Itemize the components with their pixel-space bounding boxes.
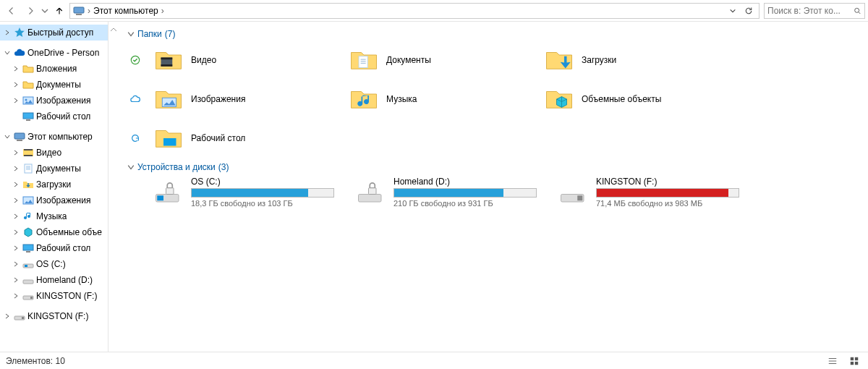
nav-this-pc-child[interactable]: Документы [0, 161, 108, 177]
nav-onedrive-child[interactable]: Документы [0, 77, 108, 93]
breadcrumb-root[interactable]: Этот компьютер [93, 6, 158, 16]
search-box[interactable] [764, 3, 865, 19]
nav-forward-button[interactable] [22, 2, 39, 20]
svg-rect-24 [22, 317, 24, 319]
chevron-right-icon[interactable] [3, 312, 12, 321]
drive-tile-kingston-f[interactable]: KINGSTON (F:) 71,4 МБ свободно из 983 МБ [558, 177, 739, 208]
nav-onedrive-child[interactable]: Изображения [0, 93, 108, 109]
nav-this-pc-child[interactable]: Загрузки [0, 177, 108, 192]
folder-icon [22, 79, 34, 90]
nav-up-button[interactable] [51, 2, 68, 20]
nav-label: Изображения [36, 96, 90, 106]
nav-label: Музыка [36, 211, 67, 221]
chevron-down-icon[interactable] [3, 132, 12, 141]
nav-quick-access[interactable]: Быстрый доступ [0, 25, 108, 41]
svg-rect-11 [25, 164, 32, 173]
folder-grid: Видео Документы Загрузки Изображения Му [124, 43, 862, 155]
svg-rect-39 [369, 188, 377, 195]
downloads-icon [22, 179, 34, 190]
chevron-right-icon[interactable] [12, 148, 20, 157]
svg-rect-8 [14, 133, 25, 139]
view-details-button[interactable] [825, 355, 841, 368]
nav-kingston[interactable]: KINGSTON (F:) [0, 308, 108, 324]
drive-tile-homeland-d[interactable]: Homeland (D:) 210 ГБ свободно из 931 ГБ [356, 177, 537, 208]
address-dropdown-button[interactable] [726, 4, 740, 18]
desktop-icon [22, 242, 34, 254]
nav-label: Видео [36, 148, 61, 158]
chevron-right-icon[interactable] [12, 292, 20, 300]
tile-label: Изображения [191, 94, 245, 104]
nav-label: Загрузки [36, 179, 71, 190]
chevron-right-icon[interactable] [12, 64, 20, 73]
group-count: (3) [218, 162, 229, 172]
group-header-folders[interactable]: Папки (7) [127, 29, 862, 39]
chevron-right-icon[interactable] [12, 196, 20, 205]
capacity-bar [191, 188, 334, 198]
svg-rect-7 [26, 119, 30, 121]
content-pane: Папки (7) Видео Документы Загрузки [119, 22, 868, 352]
view-large-icons-button[interactable] [846, 355, 862, 368]
nav-this-pc-child[interactable]: Рабочий стол [0, 240, 108, 256]
sync-refresh-icon [129, 122, 142, 155]
star-icon [14, 27, 25, 38]
chevron-down-icon [127, 164, 135, 171]
nav-onedrive-child[interactable]: Вложения [0, 61, 108, 77]
breadcrumb-separator-icon: › [88, 6, 90, 16]
folder-tile-desktop[interactable]: Рабочий стол [153, 122, 320, 155]
sync-ok-icon [129, 43, 142, 77]
folder-tile-documents[interactable]: Документы [349, 43, 515, 77]
nav-scrollbar[interactable] [109, 22, 119, 352]
svg-rect-22 [30, 297, 33, 299]
chevron-right-icon[interactable] [12, 212, 20, 221]
folder-tile-3d-objects[interactable]: Объемные объекты [544, 82, 710, 116]
nav-this-pc-child[interactable]: OS (C:) [0, 256, 108, 272]
svg-rect-36 [157, 195, 163, 200]
nav-this-pc-child[interactable]: Изображения [0, 192, 108, 208]
chevron-right-icon[interactable] [12, 96, 20, 105]
folder-tile-music[interactable]: Музыка [349, 82, 515, 116]
group-header-drives[interactable]: Устройства и диски (3) [127, 162, 862, 172]
nav-recent-dropdown[interactable] [41, 2, 49, 20]
capacity-bar [596, 188, 739, 198]
nav-onedrive-child[interactable]: Рабочий стол [0, 109, 108, 124]
chevron-right-icon[interactable] [12, 276, 20, 284]
folder-tile-pictures[interactable]: Изображения [153, 82, 320, 116]
usb-drive-icon [22, 290, 34, 302]
chevron-right-icon[interactable] [12, 80, 20, 89]
folder-tile-downloads[interactable]: Загрузки [544, 43, 710, 77]
nav-this-pc[interactable]: Этот компьютер [0, 129, 108, 145]
drive-name: Homeland (D:) [393, 177, 537, 187]
drive-name: OS (C:) [191, 177, 334, 187]
refresh-button[interactable] [741, 4, 756, 18]
nav-this-pc-child[interactable]: Музыка [0, 208, 108, 224]
nav-onedrive[interactable]: OneDrive - Person [0, 45, 108, 61]
search-input[interactable] [767, 6, 851, 16]
tile-label: Объемные объекты [582, 94, 661, 104]
chevron-right-icon[interactable] [12, 260, 20, 268]
chevron-right-icon[interactable] [12, 244, 20, 253]
nav-this-pc-child[interactable]: KINGSTON (F:) [0, 288, 108, 304]
chevron-right-icon[interactable] [12, 228, 20, 237]
chevron-down-icon[interactable] [3, 48, 12, 57]
chevron-down-icon [127, 30, 135, 38]
address-bar[interactable]: › Этот компьютер › [69, 3, 760, 19]
nav-back-button[interactable] [3, 2, 20, 20]
nav-this-pc-child[interactable]: Объемные объе [0, 224, 108, 240]
cloud-icon [14, 47, 25, 59]
folder-tile-videos[interactable]: Видео [153, 43, 320, 77]
chevron-right-icon[interactable] [12, 180, 20, 189]
svg-point-5 [25, 99, 27, 101]
nav-label: Изображения [36, 195, 90, 205]
chevron-right-icon[interactable] [3, 28, 12, 37]
nav-this-pc-child[interactable]: Homeland (D:) [0, 272, 108, 288]
usb-drive-icon [558, 177, 589, 207]
drive-freespace: 210 ГБ свободно из 931 ГБ [393, 199, 537, 208]
nav-label: KINGSTON (F:) [27, 311, 88, 321]
nav-this-pc-child[interactable]: Видео [0, 145, 108, 161]
address-toolbar: › Этот компьютер › [0, 0, 868, 22]
breadcrumb-separator-icon: › [161, 6, 164, 16]
drive-grid: OS (C:) 18,3 ГБ свободно из 103 ГБ Homel… [124, 177, 862, 208]
drive-tile-os-c[interactable]: OS (C:) 18,3 ГБ свободно из 103 ГБ [153, 177, 334, 208]
chevron-right-icon[interactable] [12, 164, 20, 173]
svg-rect-19 [25, 265, 27, 267]
